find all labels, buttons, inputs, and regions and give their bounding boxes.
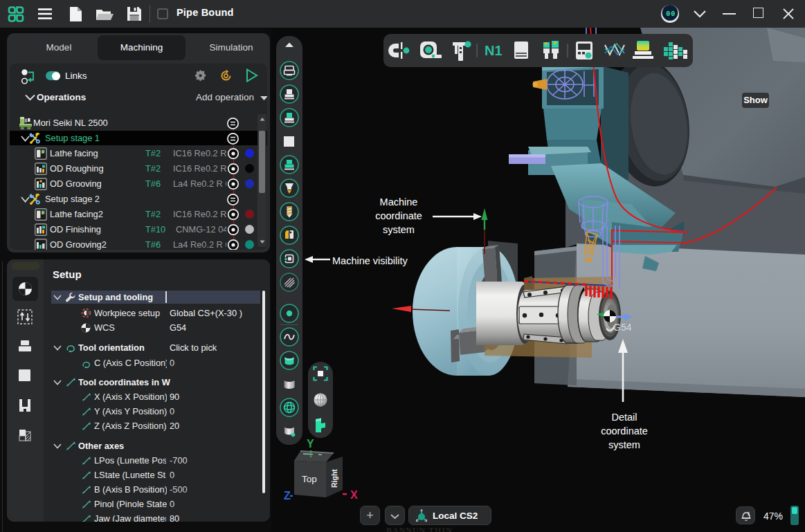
svg-text:1: 1 xyxy=(748,511,751,517)
svg-text:0: 0 xyxy=(666,10,670,18)
svg-text:Z: Z xyxy=(284,490,291,502)
svg-text:N1: N1 xyxy=(485,43,503,58)
svg-text:Top: Top xyxy=(302,474,317,484)
svg-text:X: X xyxy=(350,489,358,501)
svg-text:Right: Right xyxy=(330,469,338,488)
svg-text:G54: G54 xyxy=(613,322,632,333)
svg-text:0: 0 xyxy=(671,10,675,18)
svg-text:Y: Y xyxy=(307,439,314,450)
